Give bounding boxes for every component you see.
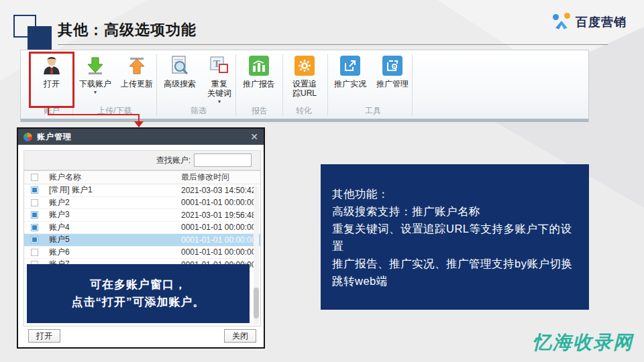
manage-gear-window-icon: [382, 54, 402, 77]
download-account-button[interactable]: 下载账户 ▾: [74, 54, 116, 95]
modified-time: 0001-01-01 00:00:00: [181, 198, 260, 207]
ribbon-button-label: 推广实况: [334, 79, 366, 88]
row-checkbox[interactable]: [31, 224, 38, 231]
page-title: 其他：高级选项功能: [58, 20, 197, 40]
row-checkbox[interactable]: [31, 236, 38, 243]
annotation-overlay: 可在多账户窗口， 点击“打开”可添加账户。: [27, 264, 250, 323]
annotation-connector: [48, 114, 140, 115]
close-icon[interactable]: ✕: [250, 132, 258, 141]
table-header[interactable]: 账户名称 最后修改时间: [24, 171, 260, 184]
row-checkbox[interactable]: [31, 186, 38, 194]
account-manager-dialog: 账户管理 ✕ 查找账户: 账户名称 最后修改时间 [常用] 账户1 2021-0…: [17, 127, 265, 349]
group-separator: [327, 54, 328, 116]
annotation-line: 点击“打开”可添加账户。: [72, 294, 205, 311]
note-line: 其他功能：: [332, 185, 578, 202]
brand-logo: 百度营销: [551, 12, 627, 32]
advanced-search-button[interactable]: 高级搜索: [160, 54, 199, 88]
ribbon-group-convert: 转化: [285, 105, 323, 117]
ribbon-button-label: 高级搜索: [164, 79, 196, 88]
select-all-checkbox[interactable]: [31, 174, 38, 181]
scrollbar-thumb[interactable]: [254, 288, 259, 318]
column-header-time: 最后修改时间: [181, 172, 260, 183]
modified-time: 2021-03-03 14:50:42: [181, 186, 260, 195]
annotation-line: 可在多账户窗口，: [90, 276, 186, 294]
column-header-name: 账户名称: [44, 172, 181, 183]
account-name: 账户4: [44, 222, 181, 233]
duplicate-keywords-button[interactable]: T 重复 关键词 ▾: [202, 54, 237, 105]
ribbon-button-label: 推广报告: [243, 79, 275, 88]
modified-time: 2021-03-01 19:56:48: [181, 210, 260, 220]
ribbon-button-label: 下载账户: [79, 79, 111, 88]
ribbon-button-label: 设置追 踪URL: [292, 79, 317, 98]
search-document-icon: [170, 54, 189, 77]
ribbon-group-report: 报告: [241, 105, 278, 117]
account-name: 账户5: [44, 234, 181, 245]
ribbon-button-label: 推广管理: [376, 79, 409, 88]
dialog-title: 账户管理: [37, 131, 72, 143]
title-decoration-filled-square: [28, 26, 52, 50]
modified-time: 0001-01-01 00:00:00: [181, 247, 260, 257]
app-logo-icon: [23, 133, 32, 141]
account-name: 账户6: [44, 247, 181, 258]
row-checkbox[interactable]: [31, 211, 38, 219]
search-panel: 查找账户:: [23, 150, 261, 170]
table-row[interactable]: 账户2 0001-01-01 00:00:00: [24, 197, 260, 210]
ribbon-group-tools: 工具: [343, 105, 403, 117]
modified-time: 0001-01-01 00:00:00: [181, 235, 260, 245]
set-tracking-url-button[interactable]: 设置追 踪URL: [286, 54, 323, 98]
duplicate-keyword-icon: T: [209, 54, 229, 77]
promotion-report-button[interactable]: 推广报告: [239, 54, 278, 88]
ribbon-toolbar: 打开 下载账户 ▾ 上传更新: [20, 50, 589, 122]
dialog-close-button[interactable]: 关闭: [224, 329, 256, 343]
ribbon-bottom-strip: [21, 119, 588, 122]
red-highlight-rectangle: [29, 52, 74, 108]
table-row[interactable]: 账户6 0001-01-01 00:00:00: [24, 247, 260, 259]
promotion-live-button[interactable]: 推广实况: [331, 54, 370, 88]
title-underline: [58, 44, 608, 45]
account-name: 账户3: [44, 209, 181, 221]
row-checkbox[interactable]: [31, 199, 38, 206]
note-line: 推广报告、推广实况、推广管理支持by账户切换跳转web端: [332, 255, 578, 290]
dropdown-caret-icon[interactable]: ▾: [94, 90, 97, 95]
note-line: 高级搜索支持：推广账户名称: [332, 202, 578, 220]
account-name: 账户2: [44, 197, 181, 208]
table-row[interactable]: 账户3 2021-03-01 19:56:48: [24, 209, 260, 222]
note-line: 重复关键词、设置追踪URL等支持多账户下的设置: [332, 220, 578, 255]
brand-logo-text: 百度营销: [576, 14, 627, 30]
table-row-selected[interactable]: 账户5 0001-01-01 00:00:00: [24, 234, 260, 247]
group-separator: [282, 54, 283, 116]
dropdown-caret-icon[interactable]: ▾: [218, 99, 221, 105]
gear-icon: [294, 54, 315, 77]
table-row[interactable]: 账户4 0001-01-01 00:00:00: [24, 222, 260, 235]
promotion-manage-button[interactable]: 推广管理: [372, 54, 413, 88]
ribbon-button-label: 上传更新: [121, 79, 153, 88]
dialog-open-button[interactable]: 打开: [28, 329, 60, 343]
upload-arrow-icon: [127, 54, 146, 77]
ribbon-button-label: 重复 关键词: [207, 79, 231, 98]
modified-time: 0001-01-01 00:00:00: [181, 223, 260, 232]
dialog-titlebar[interactable]: 账户管理 ✕: [18, 129, 264, 145]
row-checkbox[interactable]: [31, 249, 38, 256]
table-row[interactable]: [常用] 账户1 2021-03-03 14:50:42: [24, 184, 260, 197]
upload-update-button[interactable]: 上传更新: [116, 54, 158, 88]
search-account-input[interactable]: [194, 154, 252, 167]
external-link-icon: [340, 54, 360, 77]
annotation-arrowhead-icon: [134, 121, 144, 127]
watermark-text: 忆海收录网: [533, 330, 633, 355]
ribbon-group-filter: 筛选: [175, 105, 222, 117]
feature-note-box: 其他功能： 高级搜索支持：推广账户名称 重复关键词、设置追踪URL等支持多账户下…: [321, 164, 589, 310]
account-name: [常用] 账户1: [44, 184, 181, 196]
download-arrow-icon: [86, 54, 105, 77]
search-label: 查找账户:: [156, 155, 191, 166]
scrollbar-track[interactable]: [254, 186, 259, 325]
bar-chart-icon: [249, 54, 269, 77]
baidu-marketing-icon: [551, 12, 572, 32]
